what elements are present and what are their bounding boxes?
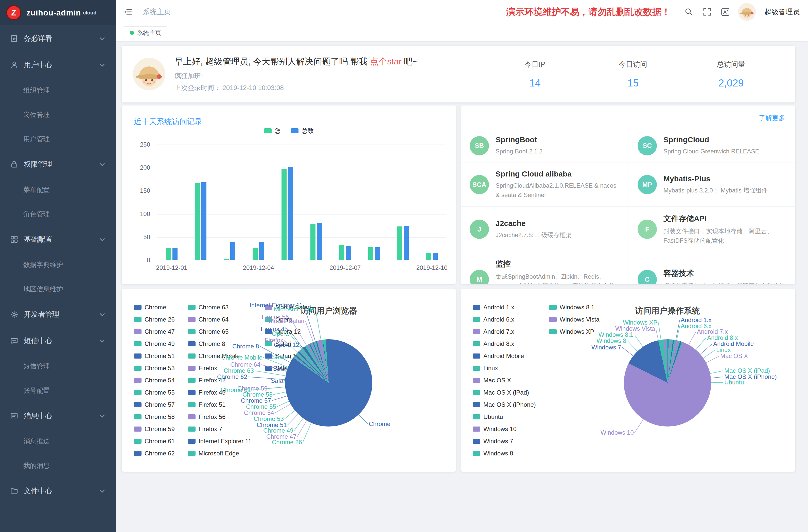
legend-item[interactable]: Android 7.x — [473, 326, 536, 338]
breadcrumb[interactable]: 系统主页 — [143, 7, 171, 17]
bar-group — [388, 145, 418, 260]
legend-item[interactable]: Chrome — [134, 301, 175, 313]
legend-item[interactable]: Chrome 65 — [188, 326, 252, 338]
star-link[interactable]: 点个star — [370, 57, 402, 66]
collapse-menu-icon[interactable] — [123, 7, 133, 17]
tab-home[interactable]: 系统主页 — [124, 26, 167, 39]
legend-label: Chrome 62 — [145, 450, 175, 457]
sidebar-subitem-dict-maintain[interactable]: 数据字典维护 — [0, 253, 116, 277]
y-tick-label: 0 — [123, 257, 150, 264]
legend-label: Ubuntu — [483, 413, 503, 420]
legend-item[interactable]: Chrome 62 — [134, 447, 175, 459]
legend-item[interactable]: Windows XP — [549, 326, 600, 338]
sidebar-item-basic-config[interactable]: 基础配置 — [0, 226, 116, 253]
sidebar-subitem-account-config[interactable]: 账号配置 — [0, 378, 116, 403]
legend-label: Chrome 64 — [199, 316, 229, 323]
legend-item[interactable]: Mac OS X (iPhone) — [473, 399, 536, 411]
tech-title: Spring Cloud alibaba — [496, 170, 619, 178]
browsers-pie — [285, 339, 372, 426]
bar-group — [215, 145, 244, 260]
legend-item[interactable]: Chrome 59 — [134, 423, 175, 435]
sidebar-subitem-org-management[interactable]: 组织管理 — [0, 78, 116, 103]
sidebar-item-file-center[interactable]: 文件中心 — [0, 478, 116, 504]
learn-more-link[interactable]: 了解更多 — [759, 114, 785, 123]
legend-marker-icon — [473, 439, 480, 444]
legend-item[interactable]: Ubuntu — [473, 411, 536, 423]
bar — [346, 246, 351, 260]
legend-item-您[interactable]: 您 — [264, 127, 281, 135]
legend-item[interactable]: Windows 8.1 — [549, 301, 600, 313]
sidebar-item-must-view[interactable]: 务必详看 — [0, 25, 116, 52]
legend-item[interactable]: Mac OS X — [473, 374, 536, 386]
legend-item[interactable]: Android 8.x — [473, 338, 536, 350]
legend-item[interactable]: Chrome 55 — [134, 386, 175, 399]
legend-marker-icon — [549, 329, 557, 334]
legend-item[interactable]: Internet Explorer 11 — [188, 435, 252, 447]
legend-item[interactable]: Windows 8 — [473, 447, 536, 459]
legend-item[interactable]: Linux — [473, 362, 536, 374]
search-icon[interactable] — [684, 7, 694, 17]
legend-item[interactable]: Chrome 57 — [134, 399, 175, 411]
legend-item[interactable]: Chrome 64 — [188, 313, 252, 326]
legend-item[interactable]: Android 6.x — [473, 313, 536, 326]
legend-item[interactable]: Chrome 47 — [134, 326, 175, 338]
legend-item[interactable]: Firefox 56 — [188, 411, 252, 423]
legend-label: Android 7.x — [483, 328, 514, 335]
user-icon — [10, 61, 18, 69]
legend-item[interactable]: Microsoft Edge — [188, 447, 252, 459]
legend-item[interactable]: Chrome 54 — [134, 374, 175, 386]
sidebar-subitem-user-management[interactable]: 用户管理 — [0, 127, 116, 151]
legend-item[interactable]: Chrome 63 — [188, 301, 252, 313]
sidebar-item-message-center[interactable]: 消息中心 — [0, 403, 116, 429]
y-tick-label: 250 — [123, 141, 150, 148]
legend-item[interactable]: Android Mobile — [473, 350, 536, 362]
legend-item[interactable]: Chrome 53 — [134, 362, 175, 374]
tech-desc: 封装文件接口，实现本地存储、阿里云、FastDFS存储的配置化 — [663, 226, 786, 245]
user-avatar[interactable] — [738, 3, 755, 20]
legend-marker-icon — [188, 341, 196, 346]
folder-icon — [10, 487, 18, 495]
username[interactable]: 超级管理员 — [765, 7, 800, 17]
sidebar-subitem-message-push[interactable]: 消息推送 — [0, 429, 116, 453]
sidebar-item-user-center[interactable]: 用户中心 — [0, 52, 116, 78]
legend-item[interactable]: Chrome 58 — [134, 411, 175, 423]
sidebar-subitem-post-management[interactable]: 岗位管理 — [0, 103, 116, 127]
sidebar-subitem-my-messages[interactable]: 我的消息 — [0, 453, 116, 478]
legend-marker-icon — [188, 439, 196, 444]
bar — [375, 247, 380, 260]
legend-item[interactable]: Windows Vista — [549, 313, 600, 326]
font-size-icon[interactable]: A+ — [720, 7, 730, 17]
sidebar-item-developer[interactable]: 开发者管理 — [0, 301, 116, 328]
legend-item[interactable]: Android 1.x — [473, 301, 536, 313]
legend-item[interactable]: Mac OS X (iPad) — [473, 386, 536, 399]
legend-item[interactable]: Chrome 49 — [134, 338, 175, 350]
pie-callout: Chrome — [369, 420, 390, 427]
legend-item-总数[interactable]: 总数 — [291, 127, 314, 135]
legend-item[interactable]: Chrome 51 — [134, 350, 175, 362]
bar — [201, 182, 206, 260]
legend-label: Chrome 54 — [145, 377, 175, 384]
sidebar-item-permission[interactable]: 权限管理 — [0, 151, 116, 178]
fullscreen-icon[interactable] — [702, 7, 712, 17]
tech-item-5: F文件存储API封装文件接口，实现本地存储、阿里云、FastDFS存储的配置化 — [628, 207, 795, 252]
legend-item[interactable]: Windows 7 — [473, 435, 536, 447]
y-tick-label: 50 — [123, 234, 150, 241]
legend-item[interactable]: Windows 10 — [473, 423, 536, 435]
legend-item[interactable]: Chrome 61 — [134, 435, 175, 447]
topbar-actions: A+ 超级管理员 — [684, 3, 800, 20]
legend-item[interactable]: Firefox 7 — [188, 423, 252, 435]
tech-desc: Spring Boot 2.1.2 — [496, 147, 543, 156]
sidebar-subitem-sms-management[interactable]: 短信管理 — [0, 354, 116, 378]
legend-item[interactable]: Chrome 26 — [134, 313, 175, 326]
sidebar-subitem-role-management[interactable]: 角色管理 — [0, 202, 116, 226]
bar-group — [302, 145, 331, 260]
logo[interactable]: Z zuihou-admin cloud — [0, 0, 116, 25]
bar-group — [186, 145, 215, 260]
sidebar-subitem-region-maintain[interactable]: 地区信息维护 — [0, 277, 116, 301]
sidebar-subitem-menu-config[interactable]: 菜单配置 — [0, 178, 116, 202]
visits-yaxis: 050100150200250 — [126, 145, 153, 260]
sidebar-item-sms-center[interactable]: 短信中心 — [0, 328, 116, 354]
tech-badge-icon: F — [638, 220, 657, 239]
pie-callout: Mobile Safari — [269, 317, 304, 325]
visits-plot — [157, 145, 446, 260]
